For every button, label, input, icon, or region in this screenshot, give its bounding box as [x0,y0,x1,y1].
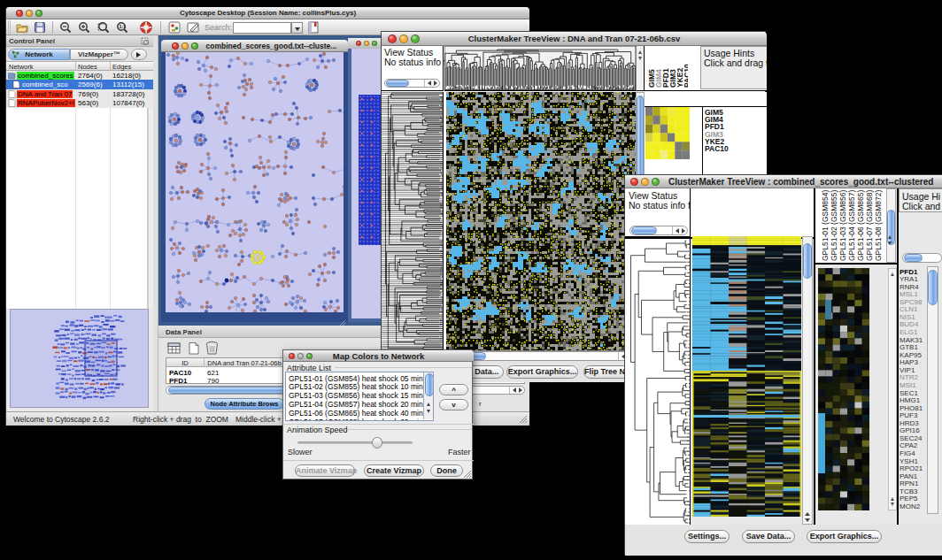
svg-text:1:1: 1:1 [119,24,126,29]
